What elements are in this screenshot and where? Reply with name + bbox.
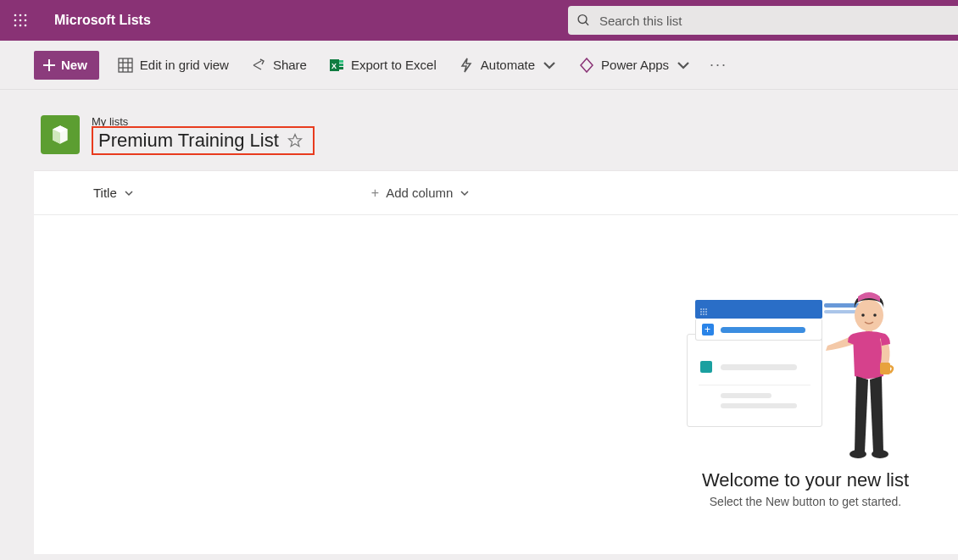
empty-illustration: + — [687, 291, 924, 461]
share-button[interactable]: Share — [248, 53, 310, 78]
plus-icon — [42, 58, 56, 72]
svg-point-39 — [849, 450, 866, 458]
grid-icon — [118, 58, 133, 73]
list-header: My lists Premium Training List — [0, 90, 958, 170]
powerapps-label: Power Apps — [601, 58, 669, 72]
svg-line-10 — [586, 22, 589, 25]
chevron-down-icon — [542, 58, 557, 73]
edit-grid-label: Edit in grid view — [140, 58, 229, 72]
search-container — [568, 6, 958, 35]
svg-point-2 — [25, 14, 27, 17]
svg-point-40 — [872, 450, 888, 458]
svg-point-28 — [700, 311, 702, 313]
cube-icon — [49, 124, 71, 146]
svg-point-35 — [861, 313, 865, 317]
svg-rect-22 — [339, 67, 343, 69]
add-column-label: Add column — [386, 186, 453, 200]
chevron-down-icon — [124, 188, 134, 198]
person-illustration — [822, 291, 916, 461]
list-grid: Title + Add column — [34, 170, 958, 215]
add-column-button[interactable]: + Add column — [371, 186, 471, 201]
svg-point-33 — [705, 313, 707, 315]
welcome-heading: Welcome to your new list — [678, 469, 933, 491]
list-tile-icon — [41, 115, 80, 154]
plus-icon: + — [371, 186, 379, 201]
svg-rect-13 — [119, 58, 132, 72]
svg-point-26 — [703, 308, 705, 310]
list-title-highlighted: Premium Training List — [92, 126, 315, 155]
favorite-star-icon[interactable] — [287, 133, 303, 148]
svg-point-34 — [855, 299, 883, 331]
new-button[interactable]: New — [34, 51, 99, 80]
chevron-down-icon — [676, 58, 691, 73]
svg-rect-20 — [339, 60, 343, 63]
svg-point-7 — [19, 25, 22, 27]
empty-state: + Welcom — [34, 215, 958, 554]
svg-point-36 — [873, 313, 877, 317]
search-icon — [576, 13, 591, 28]
svg-point-31 — [700, 313, 702, 315]
automate-label: Automate — [481, 58, 535, 72]
svg-point-1 — [19, 14, 22, 17]
svg-point-9 — [578, 15, 587, 24]
svg-point-25 — [700, 308, 702, 310]
powerapps-button[interactable]: Power Apps — [576, 53, 694, 78]
list-title[interactable]: Premium Training List — [98, 130, 279, 152]
svg-marker-24 — [288, 135, 301, 147]
more-commands-button[interactable]: ··· — [710, 56, 727, 74]
list-meta: My lists Premium Training List — [92, 115, 315, 155]
svg-point-6 — [14, 25, 17, 27]
command-bar: New Edit in grid view Share X Export to … — [0, 41, 958, 90]
export-label: Export to Excel — [351, 58, 437, 72]
new-button-label: New — [61, 58, 87, 72]
column-title-label: Title — [93, 186, 117, 200]
svg-point-0 — [14, 14, 17, 17]
svg-point-4 — [19, 19, 22, 22]
svg-point-30 — [705, 311, 707, 313]
app-title[interactable]: Microsoft Lists — [54, 13, 151, 28]
column-header-title[interactable]: Title — [93, 186, 134, 200]
svg-point-5 — [25, 19, 27, 22]
svg-rect-38 — [880, 363, 890, 374]
excel-icon: X — [329, 58, 344, 73]
search-box[interactable] — [568, 6, 958, 35]
edit-grid-button[interactable]: Edit in grid view — [114, 53, 232, 78]
powerapps-icon — [579, 58, 594, 73]
share-label: Share — [273, 58, 307, 72]
svg-marker-23 — [581, 58, 593, 72]
column-header-row: Title + Add column — [34, 171, 958, 215]
welcome-message: Welcome to your new list Select the New … — [678, 469, 933, 508]
flow-icon — [459, 58, 474, 73]
export-button[interactable]: X Export to Excel — [326, 53, 440, 78]
waffle-icon — [14, 14, 27, 27]
suite-header: Microsoft Lists — [0, 0, 958, 41]
svg-text:X: X — [331, 62, 337, 70]
svg-rect-21 — [339, 64, 343, 66]
svg-point-32 — [703, 313, 705, 315]
automate-button[interactable]: Automate — [455, 53, 560, 78]
app-launcher-button[interactable] — [0, 0, 41, 41]
share-icon — [251, 58, 266, 73]
chevron-down-icon — [460, 188, 470, 198]
svg-point-27 — [705, 308, 707, 310]
welcome-subtext: Select the New button to get started. — [678, 495, 933, 508]
svg-point-3 — [14, 19, 17, 22]
svg-point-29 — [703, 311, 705, 313]
svg-point-8 — [25, 25, 27, 27]
search-input[interactable] — [599, 14, 950, 28]
